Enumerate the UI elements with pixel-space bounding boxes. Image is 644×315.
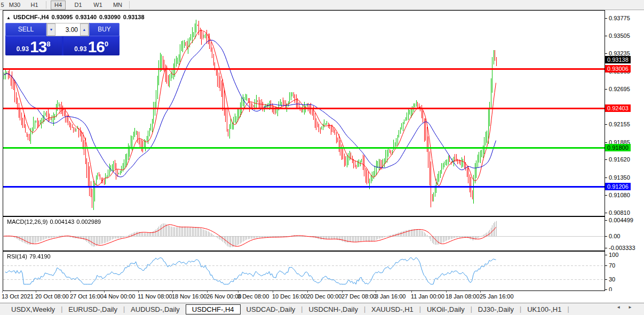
chart-tab-xauusd-h1[interactable]: XAUUSD-,H1 — [365, 304, 419, 314]
sell-price-display[interactable]: 0.93 13 8 — [5, 36, 62, 55]
chart-tab-ukoil-daily[interactable]: UKOil-,Daily — [421, 304, 471, 314]
date-tick-mark — [207, 291, 208, 293]
timeframe-button-5[interactable]: 5 — [0, 1, 5, 9]
rsi-value: 79.4190 — [29, 253, 51, 260]
macd-name: MACD(12,26,9) — [7, 219, 47, 225]
volume-input[interactable] — [55, 23, 80, 36]
date-label: 26 Nov 00:00 — [206, 293, 241, 300]
buy-price-prefix: 0.93 — [74, 44, 86, 54]
rsi-tick-dash — [605, 279, 607, 280]
rsi-tick-dash — [605, 255, 607, 255]
macd-tick-label: 0.004499 — [609, 217, 633, 223]
rsi-tick-dash — [605, 289, 607, 290]
macd-tick-dash — [605, 236, 607, 237]
rsi-tick-label: 70 — [609, 262, 615, 269]
sell-button[interactable]: SELL — [5, 23, 46, 36]
macd-value-signal: 0.002989 — [76, 219, 101, 225]
price-badge: 0.93138 — [605, 56, 631, 63]
date-tick-mark — [138, 291, 139, 293]
date-tick-mark — [70, 291, 71, 293]
price-tick-dash — [605, 213, 607, 213]
price-tick-dash — [605, 177, 607, 178]
chart-tab-eurusd-daily[interactable]: EURUSD-,Daily — [62, 304, 123, 314]
macd-label: MACD(12,26,9)0.0041430.002989 — [7, 219, 103, 225]
chart-tab-uk100-h1[interactable]: UK100-,H1 — [521, 304, 567, 314]
date-tick-mark — [307, 291, 308, 293]
timeframe-button-h4[interactable]: H4 — [51, 1, 66, 10]
sell-price-pip: 8 — [47, 36, 51, 52]
chart-header: ▲USDCHF-,H40.930950.931400.930900.93138 — [6, 14, 147, 20]
rsi-name: RSI(14) — [7, 253, 27, 260]
sell-price-prefix: 0.93 — [17, 44, 29, 54]
date-tick-mark — [480, 291, 481, 293]
date-tick-mark — [238, 291, 238, 293]
date-label: 27 Dec 08:00 — [341, 293, 376, 300]
one-click-trade-panel: SELL ▼ ▲ BUY 0.93 13 8 0.93 16 0 — [5, 23, 120, 55]
rsi-canvas[interactable] — [3, 252, 605, 290]
chart-tab-audusd-daily[interactable]: AUDUSD-,Daily — [125, 304, 186, 314]
date-tick-mark — [342, 291, 343, 293]
date-tick-mark — [172, 291, 173, 293]
price-tick-dash — [605, 124, 607, 125]
rsi-tick-dash — [605, 265, 607, 266]
timeframe-button-d1[interactable]: D1 — [68, 1, 88, 9]
price-tick-dash — [605, 18, 607, 19]
date-axis[interactable]: 13 Oct 202120 Oct 08:0027 Oct 16:004 Nov… — [0, 291, 644, 303]
chart-tab-usdcad-daily[interactable]: USDCAD-,Daily — [241, 304, 301, 314]
date-tick-mark — [376, 291, 376, 293]
price-tick-label: 0.92155 — [609, 121, 630, 127]
ohlc-high: 0.93140 — [75, 14, 97, 20]
price-tick-label: 0.93775 — [609, 15, 630, 21]
timeframe-button-mn[interactable]: MN — [108, 1, 128, 9]
macd-value-main: 0.004143 — [50, 219, 74, 225]
price-badge: 0.91206 — [605, 183, 631, 190]
volume-stepper[interactable]: ▼ ▲ — [46, 23, 89, 36]
timeframe-button-h1[interactable]: H1 — [25, 1, 44, 9]
date-tick-mark — [273, 291, 273, 293]
price-axis[interactable]: 0.937750.935050.932350.929650.926950.924… — [605, 10, 644, 291]
timeframe-button-m30[interactable]: M30 — [5, 1, 25, 9]
price-badge: 0.93006 — [605, 65, 631, 72]
buy-price-main: 16 — [88, 39, 105, 54]
toolbar-separator — [129, 1, 130, 9]
chart-tab-usdchf-h4[interactable]: USDCHF-,H4 — [186, 304, 241, 314]
buy-button[interactable]: BUY — [89, 23, 120, 36]
ohlc-close: 0.93138 — [123, 14, 145, 20]
price-tick-label: 0.91080 — [609, 192, 630, 198]
volume-increase-button[interactable]: ▲ — [80, 23, 89, 36]
sell-price-main: 13 — [30, 39, 46, 54]
timeframe-button-w1[interactable]: W1 — [88, 1, 108, 9]
tab-scroll-left-icon[interactable]: ◄ — [616, 305, 628, 310]
date-label: 10 Dec 16:00 — [272, 293, 307, 300]
macd-tick-label: -0.003333 — [609, 245, 635, 251]
date-label: 27 Oct 16:00 — [70, 293, 104, 300]
chart-tab-bar: USDX,Weekly|EURUSD-,Daily|AUDUSD-,DailyU… — [0, 303, 644, 315]
timeframe-toolbar: 5M30H1H4D1W1MN — [0, 0, 644, 10]
macd-indicator-panel[interactable]: MACD(12,26,9)0.0041430.002989 — [3, 216, 605, 251]
price-tick-label: 0.93505 — [609, 33, 630, 39]
date-label: 20 Oct 08:00 — [35, 293, 69, 300]
rsi-tick-label: 100 — [609, 252, 618, 258]
chart-tab-usdcnh-daily[interactable]: USDCNH-,Daily — [303, 304, 363, 314]
price-badge: 0.92403 — [605, 104, 631, 112]
date-label: 18 Nov 16:00 — [172, 293, 206, 300]
tab-scroll-right-icon[interactable]: ► — [628, 305, 640, 310]
price-tick-label: 0.91620 — [609, 156, 630, 163]
date-label: 11 Nov 08:00 — [138, 293, 172, 300]
date-label: 25 Jan 16:00 — [480, 293, 514, 300]
tab-separator: | — [567, 305, 569, 313]
chart-tab-dj30-daily[interactable]: DJ30-,Daily — [472, 304, 520, 314]
date-tick-mark — [104, 291, 105, 293]
ohlc-low: 0.93090 — [99, 14, 121, 20]
buy-price-display[interactable]: 0.93 16 0 — [63, 36, 120, 55]
date-label: 4 Nov 00:00 — [104, 293, 135, 300]
date-label: 20 Dec 00:00 — [307, 293, 341, 300]
date-label: 13 Oct 2021 — [2, 293, 34, 300]
chart-tab-usdx-weekly[interactable]: USDX,Weekly — [5, 304, 61, 314]
rsi-indicator-panel[interactable]: RSI(14)79.4190 — [3, 251, 605, 291]
date-label: 3 Dec 08:00 — [237, 293, 269, 300]
date-label: 11 Jan 00:00 — [411, 293, 444, 300]
tab-scroll-arrows: ◄► — [616, 305, 640, 310]
one-click-trading-arrow[interactable]: ▲ — [6, 15, 11, 20]
volume-decrease-button[interactable]: ▼ — [47, 23, 55, 36]
